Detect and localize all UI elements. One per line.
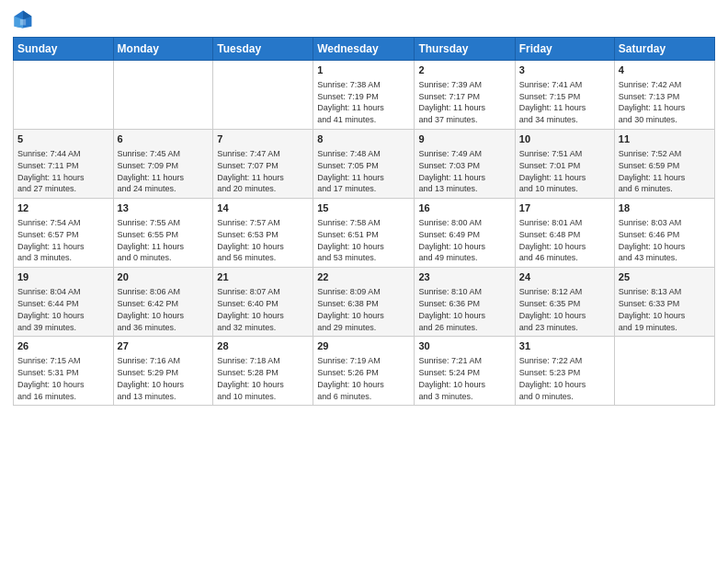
day-info: Sunrise: 7:44 AM Sunset: 7:11 PM Dayligh… <box>17 149 85 193</box>
day-info: Sunrise: 7:19 AM Sunset: 5:26 PM Dayligh… <box>317 356 384 400</box>
calendar-week-row: 26Sunrise: 7:15 AM Sunset: 5:31 PM Dayli… <box>14 337 715 406</box>
day-info: Sunrise: 7:38 AM Sunset: 7:19 PM Dayligh… <box>317 80 384 124</box>
day-info: Sunrise: 8:04 AM Sunset: 6:44 PM Dayligh… <box>17 287 85 331</box>
day-info: Sunrise: 7:41 AM Sunset: 7:15 PM Dayligh… <box>519 80 586 124</box>
calendar-cell: 26Sunrise: 7:15 AM Sunset: 5:31 PM Dayli… <box>14 337 114 406</box>
day-info: Sunrise: 8:07 AM Sunset: 6:40 PM Dayligh… <box>217 287 284 331</box>
day-info: Sunrise: 8:06 AM Sunset: 6:42 PM Dayligh… <box>118 287 185 331</box>
col-monday: Monday <box>113 38 213 61</box>
calendar-week-row: 5Sunrise: 7:44 AM Sunset: 7:11 PM Daylig… <box>14 130 715 199</box>
day-number: 15 <box>317 201 410 215</box>
day-info: Sunrise: 7:51 AM Sunset: 7:01 PM Dayligh… <box>519 149 586 193</box>
calendar-cell <box>14 61 114 130</box>
calendar-cell: 27Sunrise: 7:16 AM Sunset: 5:29 PM Dayli… <box>113 337 213 406</box>
day-number: 3 <box>519 63 610 77</box>
day-number: 16 <box>418 201 510 215</box>
day-info: Sunrise: 8:10 AM Sunset: 6:36 PM Dayligh… <box>418 287 485 331</box>
day-number: 17 <box>519 201 610 215</box>
day-number: 29 <box>317 339 410 353</box>
calendar-cell: 28Sunrise: 7:18 AM Sunset: 5:28 PM Dayli… <box>213 337 313 406</box>
day-number: 8 <box>317 132 410 146</box>
calendar-cell: 29Sunrise: 7:19 AM Sunset: 5:26 PM Dayli… <box>313 337 415 406</box>
calendar-cell: 15Sunrise: 7:58 AM Sunset: 6:51 PM Dayli… <box>313 199 415 268</box>
day-info: Sunrise: 7:42 AM Sunset: 7:13 PM Dayligh… <box>619 80 686 124</box>
calendar-cell: 9Sunrise: 7:49 AM Sunset: 7:03 PM Daylig… <box>415 130 515 199</box>
day-info: Sunrise: 7:22 AM Sunset: 5:23 PM Dayligh… <box>519 356 586 400</box>
calendar-cell: 11Sunrise: 7:52 AM Sunset: 6:59 PM Dayli… <box>614 130 714 199</box>
day-info: Sunrise: 7:49 AM Sunset: 7:03 PM Dayligh… <box>418 149 485 193</box>
calendar-week-row: 12Sunrise: 7:54 AM Sunset: 6:57 PM Dayli… <box>14 199 715 268</box>
calendar-cell: 16Sunrise: 8:00 AM Sunset: 6:49 PM Dayli… <box>415 199 515 268</box>
col-saturday: Saturday <box>614 38 714 61</box>
col-thursday: Thursday <box>415 38 515 61</box>
calendar-cell: 19Sunrise: 8:04 AM Sunset: 6:44 PM Dayli… <box>14 268 114 337</box>
day-number: 18 <box>619 201 711 215</box>
calendar-cell: 14Sunrise: 7:57 AM Sunset: 6:53 PM Dayli… <box>213 199 313 268</box>
day-number: 24 <box>519 270 610 284</box>
day-number: 19 <box>17 270 109 284</box>
calendar-cell: 6Sunrise: 7:45 AM Sunset: 7:09 PM Daylig… <box>113 130 213 199</box>
calendar-cell: 10Sunrise: 7:51 AM Sunset: 7:01 PM Dayli… <box>515 130 614 199</box>
calendar-cell: 24Sunrise: 8:12 AM Sunset: 6:35 PM Dayli… <box>515 268 614 337</box>
day-number: 20 <box>118 270 210 284</box>
day-info: Sunrise: 7:15 AM Sunset: 5:31 PM Dayligh… <box>17 356 85 400</box>
day-number: 25 <box>619 270 711 284</box>
calendar-cell: 20Sunrise: 8:06 AM Sunset: 6:42 PM Dayli… <box>113 268 213 337</box>
day-info: Sunrise: 8:01 AM Sunset: 6:48 PM Dayligh… <box>519 218 586 262</box>
day-number: 31 <box>519 339 610 353</box>
day-number: 1 <box>317 63 410 77</box>
calendar-cell: 17Sunrise: 8:01 AM Sunset: 6:48 PM Dayli… <box>515 199 614 268</box>
day-number: 9 <box>418 132 510 146</box>
calendar-cell: 1Sunrise: 7:38 AM Sunset: 7:19 PM Daylig… <box>313 61 415 130</box>
day-number: 11 <box>619 132 711 146</box>
calendar-cell: 18Sunrise: 8:03 AM Sunset: 6:46 PM Dayli… <box>614 199 714 268</box>
calendar-cell: 4Sunrise: 7:42 AM Sunset: 7:13 PM Daylig… <box>614 61 714 130</box>
calendar-cell: 21Sunrise: 8:07 AM Sunset: 6:40 PM Dayli… <box>213 268 313 337</box>
day-info: Sunrise: 7:54 AM Sunset: 6:57 PM Dayligh… <box>17 218 85 262</box>
svg-rect-3 <box>20 19 26 25</box>
calendar-header-row: Sunday Monday Tuesday Wednesday Thursday… <box>14 38 715 61</box>
calendar-cell: 23Sunrise: 8:10 AM Sunset: 6:36 PM Dayli… <box>415 268 515 337</box>
day-info: Sunrise: 8:12 AM Sunset: 6:35 PM Dayligh… <box>519 287 586 331</box>
day-number: 13 <box>118 201 210 215</box>
day-info: Sunrise: 7:58 AM Sunset: 6:51 PM Dayligh… <box>317 218 384 262</box>
logo <box>13 9 35 31</box>
calendar-week-row: 1Sunrise: 7:38 AM Sunset: 7:19 PM Daylig… <box>14 61 715 130</box>
day-info: Sunrise: 7:47 AM Sunset: 7:07 PM Dayligh… <box>217 149 284 193</box>
header <box>13 9 715 31</box>
calendar-cell: 13Sunrise: 7:55 AM Sunset: 6:55 PM Dayli… <box>113 199 213 268</box>
calendar-cell: 2Sunrise: 7:39 AM Sunset: 7:17 PM Daylig… <box>415 61 515 130</box>
day-number: 14 <box>217 201 309 215</box>
col-wednesday: Wednesday <box>313 38 415 61</box>
day-number: 2 <box>418 63 510 77</box>
day-number: 21 <box>217 270 309 284</box>
day-number: 6 <box>118 132 210 146</box>
day-info: Sunrise: 7:52 AM Sunset: 6:59 PM Dayligh… <box>619 149 686 193</box>
day-number: 22 <box>317 270 410 284</box>
day-info: Sunrise: 7:16 AM Sunset: 5:29 PM Dayligh… <box>118 356 185 400</box>
calendar-cell: 25Sunrise: 8:13 AM Sunset: 6:33 PM Dayli… <box>614 268 714 337</box>
day-number: 4 <box>619 63 711 77</box>
day-number: 5 <box>17 132 109 146</box>
calendar-cell <box>113 61 213 130</box>
day-info: Sunrise: 7:39 AM Sunset: 7:17 PM Dayligh… <box>418 80 485 124</box>
day-number: 26 <box>17 339 109 353</box>
col-sunday: Sunday <box>14 38 114 61</box>
day-info: Sunrise: 8:13 AM Sunset: 6:33 PM Dayligh… <box>619 287 686 331</box>
logo-icon <box>13 9 33 29</box>
calendar-cell <box>614 337 714 406</box>
day-info: Sunrise: 7:55 AM Sunset: 6:55 PM Dayligh… <box>118 218 185 262</box>
day-number: 12 <box>17 201 109 215</box>
calendar-cell: 22Sunrise: 8:09 AM Sunset: 6:38 PM Dayli… <box>313 268 415 337</box>
day-info: Sunrise: 7:57 AM Sunset: 6:53 PM Dayligh… <box>217 218 284 262</box>
calendar-cell: 3Sunrise: 7:41 AM Sunset: 7:15 PM Daylig… <box>515 61 614 130</box>
calendar-cell: 31Sunrise: 7:22 AM Sunset: 5:23 PM Dayli… <box>515 337 614 406</box>
day-number: 10 <box>519 132 610 146</box>
calendar-cell: 7Sunrise: 7:47 AM Sunset: 7:07 PM Daylig… <box>213 130 313 199</box>
page: Sunday Monday Tuesday Wednesday Thursday… <box>0 0 728 563</box>
calendar-cell <box>213 61 313 130</box>
calendar-week-row: 19Sunrise: 8:04 AM Sunset: 6:44 PM Dayli… <box>14 268 715 337</box>
day-info: Sunrise: 7:18 AM Sunset: 5:28 PM Dayligh… <box>217 356 284 400</box>
day-info: Sunrise: 8:00 AM Sunset: 6:49 PM Dayligh… <box>418 218 485 262</box>
col-tuesday: Tuesday <box>213 38 313 61</box>
